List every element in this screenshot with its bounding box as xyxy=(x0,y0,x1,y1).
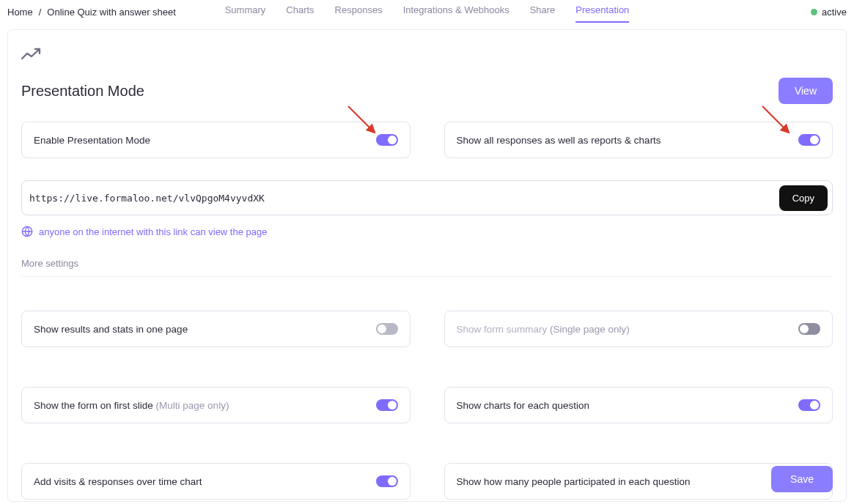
tab-charts[interactable]: Charts xyxy=(286,1,314,22)
page-title: Presentation Mode xyxy=(21,83,144,100)
share-visibility-text: anyone on the internet with this link ca… xyxy=(39,226,267,237)
setting-card-first-slide: Show the form on first slide (Multi page… xyxy=(21,387,411,423)
breadcrumb: Home / Online Quiz with answer sheet xyxy=(7,7,176,18)
label-show-all-responses: Show all responses as well as reports & … xyxy=(457,135,661,146)
toggle-show-all-responses[interactable] xyxy=(798,134,820,146)
save-button[interactable]: Save xyxy=(771,466,833,492)
toggle-one-page[interactable] xyxy=(376,323,398,335)
label-one-page: Show results and stats in one page xyxy=(34,324,188,335)
tab-integrations[interactable]: Integrations & Webhooks xyxy=(403,1,509,22)
label-enable-presentation: Enable Presentation Mode xyxy=(34,135,150,146)
globe-icon xyxy=(21,226,33,237)
label-participated: Show how many people participated in eac… xyxy=(457,476,691,487)
trend-icon xyxy=(21,48,43,61)
setting-card-enable-presentation: Enable Presentation Mode xyxy=(21,122,411,158)
label-form-summary-text: Show form summary xyxy=(457,324,551,335)
tab-bar: Summary Charts Responses Integrations & … xyxy=(225,1,630,22)
setting-card-form-summary: Show form summary (Single page only) xyxy=(444,311,833,347)
label-first-slide-text: Show the form on first slide xyxy=(34,400,156,411)
more-settings-heading: More settings xyxy=(21,258,833,277)
view-button[interactable]: View xyxy=(778,78,833,104)
status-indicator: active xyxy=(811,7,847,18)
toggle-form-summary xyxy=(798,323,820,335)
tab-summary[interactable]: Summary xyxy=(225,1,266,22)
toggle-visits-chart[interactable] xyxy=(376,475,398,487)
toggle-enable-presentation[interactable] xyxy=(376,134,398,146)
breadcrumb-home[interactable]: Home xyxy=(7,7,33,18)
label-form-summary: Show form summary (Single page only) xyxy=(457,324,630,335)
breadcrumb-current: Online Quiz with answer sheet xyxy=(47,7,176,18)
toggle-charts-each[interactable] xyxy=(798,399,820,411)
setting-card-visits-chart: Add visits & responses over time chart xyxy=(21,463,411,500)
setting-card-one-page: Show results and stats in one page xyxy=(21,311,411,347)
share-url-row: Copy xyxy=(21,180,833,215)
label-form-summary-suffix: (Single page only) xyxy=(550,324,630,335)
setting-card-show-all-responses: Show all responses as well as reports & … xyxy=(444,122,833,158)
status-label: active xyxy=(822,7,847,18)
label-first-slide: Show the form on first slide (Multi page… xyxy=(34,400,229,411)
copy-button[interactable]: Copy xyxy=(779,185,828,211)
label-first-slide-suffix: (Multi page only) xyxy=(156,400,229,411)
tab-presentation[interactable]: Presentation xyxy=(575,1,629,22)
setting-card-charts-each: Show charts for each question xyxy=(444,387,833,423)
toggle-first-slide[interactable] xyxy=(376,399,398,411)
label-visits-chart: Add visits & responses over time chart xyxy=(34,476,202,487)
presentation-panel: Presentation Mode View Enable Presentati… xyxy=(7,29,847,502)
tab-responses[interactable]: Responses xyxy=(335,1,383,22)
status-dot-icon xyxy=(811,9,817,15)
share-url-input[interactable] xyxy=(26,193,779,204)
breadcrumb-separator: / xyxy=(39,7,42,18)
share-visibility-note: anyone on the internet with this link ca… xyxy=(21,226,833,237)
tab-share[interactable]: Share xyxy=(530,1,556,22)
label-charts-each: Show charts for each question xyxy=(457,400,590,411)
